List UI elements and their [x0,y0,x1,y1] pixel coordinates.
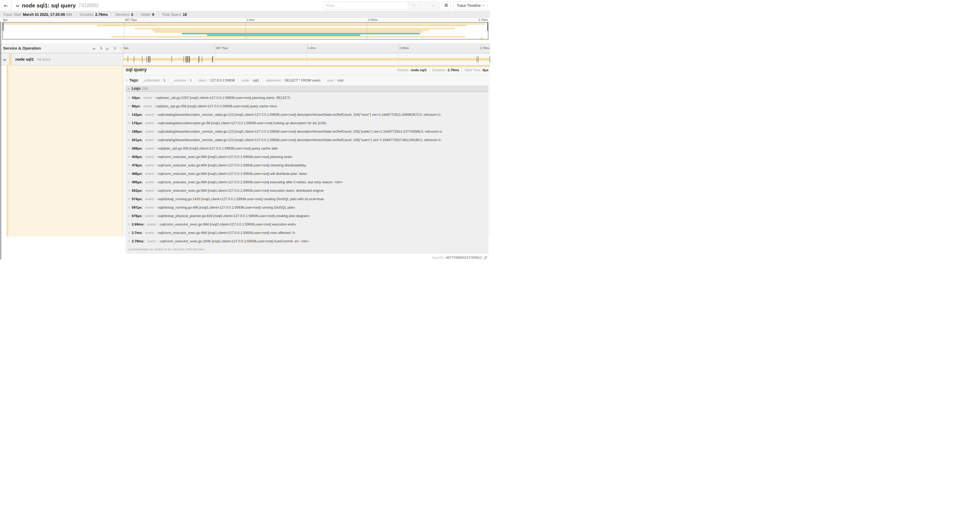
trace-view-selector[interactable]: Trace Timeline [453,2,488,10]
log-timestamp: 142μs: [132,113,143,117]
log-entry[interactable]: 574μs:event=‹sql/distsql_running.go:1420… [126,195,488,203]
minimap-span-bar [152,30,429,31]
back-button[interactable]: ← [0,0,12,11]
tags-row[interactable]: Tags: _unfinished=1_verbose=1client=127.… [126,78,488,82]
equals-sign: = [187,78,189,82]
timeline-minimap[interactable] [2,22,488,40]
tag-key: node [241,78,249,82]
log-timestamp: 486μs: [132,172,143,176]
log-timestamp: 2.7ms: [132,231,143,235]
log-marker-tick[interactable] [186,56,186,62]
span-bar-cell[interactable] [123,53,490,65]
log-entry[interactable]: 34μs:event=‹sql/exec_util.go:2297 [nsql1… [126,93,488,102]
log-entry[interactable]: 366μs:event=‹sql/plan_opt.go:358 [nsql1,… [126,144,488,152]
next-match-icon[interactable] [426,5,428,6]
log-marker-tick[interactable] [478,56,479,62]
separator [323,78,324,82]
equals-sign: = [154,231,156,234]
chevron-right-icon [128,172,130,174]
log-marker-tick[interactable] [202,56,202,62]
separator [168,78,169,82]
top-bar: ← node sql1: sql query 7418682 × ⌘ Trace… [0,0,490,11]
log-marker-tick[interactable] [142,56,142,62]
log-field-key: event [145,113,154,117]
log-entry[interactable]: 189μs:event=‹sql/catalog/lease/descripto… [126,127,488,136]
link-icon[interactable] [484,256,487,260]
find-input[interactable] [323,2,408,9]
span-name-cell[interactable]: node sql1 sql query [0,53,123,65]
separator [137,12,137,17]
log-entry[interactable]: 176μs:event=‹sql/catalog/descs/descripto… [126,119,488,127]
equals-sign: = [161,78,162,82]
collapse-trace-header-icon[interactable] [16,4,19,7]
log-entry[interactable]: 678μs:event=‹sql/distsql_physical_planne… [126,211,488,220]
log-marker-tick[interactable] [128,56,128,62]
locate-match-icon[interactable] [412,4,415,7]
chevron-right-icon [128,96,130,98]
minimap-span-bar [97,25,466,26]
chevron-down-icon[interactable] [92,47,95,50]
log-entry[interactable]: 459μs:event=‹sql/conn_executor_exec.go:6… [126,152,488,161]
timeline-gridline [245,23,246,39]
equals-sign: = [207,78,209,82]
timeline-tick-label: 697.75μs [125,18,137,21]
timeline-tick-label: 0μs [3,18,8,21]
trace-info-label: Trace Start [3,13,21,17]
log-entry[interactable]: 142μs:event=‹sql/catalog/lease/descripto… [126,110,488,119]
log-entry[interactable]: 495μs:event=‹sql/conn_executor_exec.go:6… [126,178,488,186]
equals-sign: = [154,189,156,192]
log-timestamp: 678μs: [132,214,143,218]
log-field-value: ‹sql/distsql_running.go:1420 [nsql1,clie… [157,197,324,201]
log-marker-tick[interactable] [188,56,189,62]
chevron-right-icon [128,215,130,217]
service-name: node sql1 [15,57,34,61]
summary-value: 2.79ms [448,68,459,72]
prev-match-icon[interactable] [420,5,422,6]
log-marker-tick[interactable] [490,56,490,62]
log-marker-tick[interactable] [477,56,477,62]
log-marker-tick[interactable] [148,56,148,62]
chevron-right-icon [128,198,130,200]
log-entry[interactable]: 597μs:event=‹sql/distsql_running.go:498 … [126,203,488,211]
log-timestamp: 459μs: [132,155,143,159]
log-field-value: ‹sql/catalog/lease/descriptor_version_st… [157,138,442,142]
log-timestamp: 597μs: [132,206,143,209]
log-marker-tick[interactable] [150,56,150,62]
log-entry[interactable]: 2.69ms:event=‹sql/conn_executor_exec.go:… [126,220,488,228]
timeline-gridline [215,43,215,53]
minimap-span-bar [182,33,420,34]
log-entry[interactable]: 476μs:event=‹sql/conn_executor_exec.go:6… [126,161,488,169]
span-row[interactable]: node sql1 sql query [0,53,490,65]
trace-info-label: Depth [141,13,150,17]
log-timestamp: 176μs: [132,121,143,125]
clear-search-icon[interactable]: × [432,3,434,7]
log-entry[interactable]: 2.7ms:event=‹sql/conn_executor_exec.go:6… [126,228,488,237]
double-chevron-right-icon[interactable] [113,47,116,50]
log-marker-tick[interactable] [146,56,147,62]
log-entry[interactable]: 2.79ms:event=‹sql/conn_executor_exec.go:… [126,237,488,245]
keyboard-shortcuts-button[interactable]: ⌘ [442,2,451,10]
log-marker-tick[interactable] [212,56,213,62]
collapse-span-icon[interactable] [3,58,6,61]
chevron-right-icon [128,147,130,149]
log-field-key: event [145,146,154,150]
log-entry[interactable]: 486μs:event=‹sql/conn_executor_exec.go:6… [126,169,488,178]
double-chevron-down-icon[interactable] [106,47,108,50]
logs-count: (18) [142,86,148,91]
log-field-value: ‹sql/catalog/lease/descriptor_version_st… [157,129,442,133]
log-entry[interactable]: 502μs:event=‹sql/conn_executor_exec.go:6… [126,186,488,195]
column-resizer-grip[interactable] [120,47,121,50]
log-entry[interactable]: 80μs:event=‹sql/plan_opt.go:358 [nsql1,c… [126,102,488,110]
logs-header[interactable]: Logs (18) [126,85,488,92]
log-field-value: ‹sql/exec_util.go:2297 [nsql1,client=127… [156,96,291,100]
minimap-scrubber-right[interactable] [487,23,488,30]
log-marker-tick[interactable] [189,56,189,62]
chevron-right-icon [128,240,130,242]
log-entry[interactable]: 201μs:event=‹sql/catalog/lease/descripto… [126,136,488,144]
log-marker-tick[interactable] [199,56,199,62]
equals-sign: = [154,138,156,141]
log-field-value: ‹sql/conn_executor_exec.go:2046 [nsql1,c… [159,239,309,243]
log-field-key: event [145,231,154,235]
minimap-scrubber-left[interactable] [3,23,3,30]
chevron-right-icon[interactable] [99,47,102,50]
